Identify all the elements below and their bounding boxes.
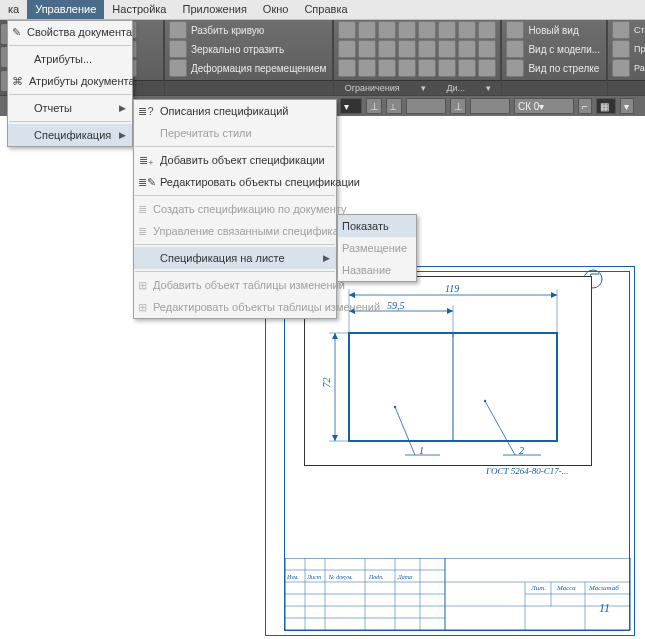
dd-atributy-dokumenta[interactable]: ⌘Атрибуты документа... (8, 70, 132, 92)
tool-icon[interactable] (358, 40, 376, 58)
grid-icon[interactable]: ▦ (596, 98, 616, 114)
ribbon-group-label: Ограничения ▾ Ди... ▾ (334, 80, 501, 95)
tool-icon[interactable] (378, 21, 396, 39)
tb-scale-11: 11 (599, 601, 610, 616)
novy-vid-icon[interactable] (506, 21, 524, 39)
tb-podp: Подп. (369, 574, 384, 580)
tool-icon[interactable] (478, 59, 496, 77)
color-swatch[interactable]: ▾ (340, 98, 362, 114)
vid-po-strelke-label[interactable]: Вид по стрелке (526, 63, 601, 74)
tool-icon[interactable] (358, 59, 376, 77)
tool-icon[interactable] (458, 40, 476, 58)
dd-pokazat[interactable]: Показать (338, 215, 416, 237)
table-edit-icon: ⊞ (138, 301, 147, 314)
perp-icon[interactable]: ⊥ (366, 98, 382, 114)
tool-icon[interactable] (438, 40, 456, 58)
mirror-icon[interactable] (169, 40, 187, 58)
tool-icon[interactable] (398, 59, 416, 77)
angle-icon[interactable]: ⟂ (386, 98, 402, 114)
razrez-label[interactable]: Разрез/сечение (632, 63, 645, 73)
deform-icon[interactable] (169, 59, 187, 77)
menubar-item-prilozheniya[interactable]: Приложения (174, 0, 254, 19)
deform-label[interactable]: Деформация перемещением (189, 63, 328, 74)
std-vidy-icon[interactable] (612, 21, 630, 39)
mirror-label[interactable]: Зеркально отразить (189, 44, 286, 55)
tool-icon[interactable] (338, 40, 356, 58)
tool-icon[interactable] (418, 40, 436, 58)
tb-ndokum: № докум. (329, 574, 353, 580)
tool-icon[interactable] (478, 40, 496, 58)
spec-edit-icon: ≣✎ (138, 176, 154, 189)
snap-icon[interactable]: ⌐ (578, 98, 592, 114)
tool-icon[interactable] (338, 59, 356, 77)
tool-icon[interactable] (458, 59, 476, 77)
dd-upravlenie-svyaz-spets: ≣Управление связанными спецификациями (134, 220, 336, 242)
chevron-down-icon[interactable]: ▾ (620, 98, 634, 114)
ribbon-group-label (165, 80, 333, 95)
doc-props-icon: ✎ (12, 26, 21, 39)
table-add-icon: ⊞ (138, 279, 147, 292)
tb-lit: Лит. (531, 584, 546, 592)
ribbon-group-label (502, 80, 607, 95)
chevron-right-icon: ▶ (323, 253, 330, 263)
dd-spetsifikatsiya[interactable]: Спецификация▶ (8, 124, 132, 146)
menubar-item-nastroyka[interactable]: Настройка (104, 0, 174, 19)
menubar-item-editor[interactable]: ка (0, 0, 27, 19)
prop-input[interactable] (406, 98, 446, 114)
tool-icon[interactable] (338, 21, 356, 39)
tool-icon[interactable] (378, 59, 396, 77)
tool-icon[interactable] (458, 21, 476, 39)
tb-massa: Масса (557, 584, 576, 592)
dd-nazvanie: Название (338, 259, 416, 281)
proek-vid-icon[interactable] (612, 40, 630, 58)
prop-input[interactable] (470, 98, 510, 114)
dd-redaktirovat-obekty-tabl-izm: ⊞Редактировать объекты таблицы изменений (134, 296, 336, 318)
label-ogranicheniya: Ограничения (345, 83, 400, 93)
dd-redaktirovat-obekty-spets[interactable]: ≣✎Редактировать объекты спецификации (134, 171, 336, 193)
menubar-item-okno[interactable]: Окно (255, 0, 297, 19)
chevron-right-icon: ▶ (119, 103, 126, 113)
tool-icon[interactable] (438, 21, 456, 39)
tool-icon[interactable] (378, 40, 396, 58)
chevron-right-icon: ▶ (119, 130, 126, 140)
dd-otchety[interactable]: Отчеты▶ (8, 97, 132, 119)
vid-po-strelke-icon[interactable] (506, 59, 524, 77)
dd-atributy[interactable]: Атрибуты... (8, 48, 132, 70)
perp-icon[interactable]: ⊥ (450, 98, 466, 114)
std-vidy-label[interactable]: Стандартные виды с модели... (632, 26, 645, 35)
dd-svoystva-dokumenta[interactable]: ✎Свойства документа (8, 21, 132, 43)
tool-icon[interactable] (398, 40, 416, 58)
dd-opisaniya-spets[interactable]: ≣?Описания спецификаций (134, 100, 336, 122)
title-block (285, 558, 631, 630)
menubar-item-upravlenie[interactable]: Управление (27, 0, 104, 19)
ribbon-group-label-vidy: Виды (608, 80, 645, 95)
menubar-item-spravka[interactable]: Справка (296, 0, 355, 19)
tool-icon[interactable] (358, 21, 376, 39)
dd-perechitat-stili: Перечитать стили (134, 122, 336, 144)
spec-add-icon: ≣₊ (138, 154, 154, 167)
spec-desc-icon: ≣? (138, 105, 154, 118)
menubar: ка Управление Настройка Приложения Окно … (0, 0, 645, 20)
tool-icon[interactable] (438, 59, 456, 77)
vid-s-modeli-label[interactable]: Вид с модели... (526, 44, 602, 55)
razbit-icon[interactable] (169, 21, 187, 39)
razrez-icon[interactable] (612, 59, 630, 77)
dropdown-spets-na-liste: Показать Размещение Название (337, 214, 417, 282)
dd-dobavit-obekt-spets[interactable]: ≣₊Добавить объект спецификации (134, 149, 336, 171)
tool-icon[interactable] (418, 59, 436, 77)
ck-selector[interactable]: СК 0 ▾ (514, 98, 574, 114)
spec-create-icon: ≣ (138, 203, 147, 216)
proek-vid-label[interactable]: Проекционный вид (632, 45, 645, 54)
razbit-label[interactable]: Разбить кривую (189, 25, 266, 36)
novy-vid-label[interactable]: Новый вид (526, 25, 580, 36)
tool-icon[interactable] (418, 21, 436, 39)
vid-s-modeli-icon[interactable] (506, 40, 524, 58)
tool-icon[interactable] (398, 21, 416, 39)
label-di: Ди... (446, 83, 465, 93)
dropdown-upravlenie: ✎Свойства документа Атрибуты... ⌘Атрибут… (7, 20, 133, 147)
tb-data: Дата (398, 574, 412, 580)
tool-icon[interactable] (478, 21, 496, 39)
inner-frame: Лит. Масса Масштаб 11 Изм. Лист № докум.… (284, 271, 630, 631)
dd-spets-na-liste[interactable]: Спецификация на листе▶ (134, 247, 336, 269)
spec-link-icon: ≣ (138, 225, 147, 238)
